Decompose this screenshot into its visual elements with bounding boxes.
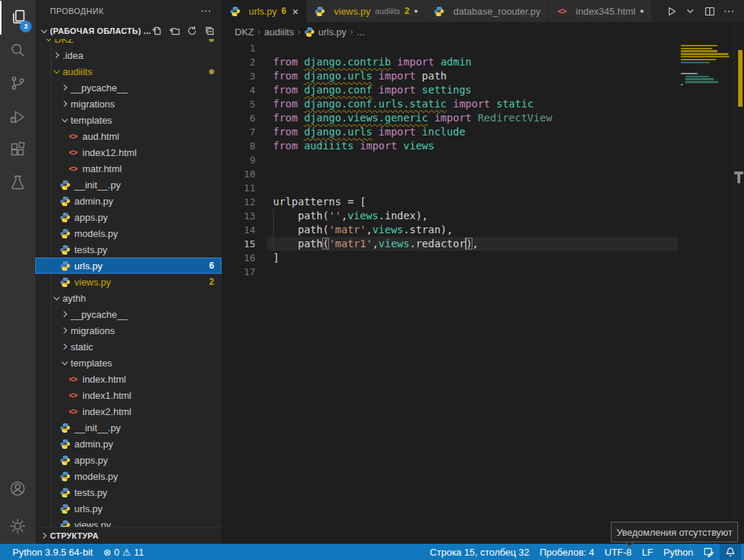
code-line-10[interactable]: 10: [222, 167, 678, 181]
code-line-15[interactable]: 15 path('matr1',views.redactor),: [222, 237, 678, 251]
activity-run-debug[interactable]: [0, 101, 35, 135]
eol-item[interactable]: LF: [637, 544, 658, 560]
code-line-17[interactable]: 17: [222, 265, 678, 279]
code-line-14[interactable]: 14 path('matr',views.stran),: [222, 223, 678, 237]
encoding-item[interactable]: UTF-8: [600, 544, 637, 560]
activity-settings[interactable]: [0, 510, 35, 544]
tree-item-templates[interactable]: templates: [35, 355, 222, 371]
tree-item-views-py[interactable]: views.py2: [35, 274, 222, 290]
tree-item-matr-html[interactable]: <>matr.html: [35, 160, 222, 177]
breadcrumb-separator: ›: [297, 26, 301, 37]
code-line-5[interactable]: 5from django.conf.urls.static import sta…: [222, 97, 678, 111]
split-editor-button[interactable]: [701, 3, 718, 19]
code-line-11[interactable]: 11: [222, 181, 678, 195]
collapse-all-icon[interactable]: [204, 25, 216, 37]
indentation-item[interactable]: Пробелов: 4: [534, 544, 599, 560]
code-line-2[interactable]: 2from django.contrib import admin: [222, 55, 678, 69]
refresh-icon[interactable]: [186, 25, 198, 37]
feedback-icon[interactable]: [698, 544, 720, 560]
minimap-line: [681, 50, 718, 52]
tree-item-apps-py[interactable]: apps.py: [35, 452, 222, 468]
tree-item-idea[interactable]: .idea: [35, 47, 222, 63]
dirty-indicator[interactable]: ●: [640, 7, 643, 15]
code-line-12[interactable]: 12urlpatterns = [: [222, 195, 678, 209]
tab-views-py[interactable]: views.pyaudiiits2●: [307, 0, 426, 22]
activity-account[interactable]: [0, 472, 35, 506]
tree-item-index-html[interactable]: <>index.html: [35, 371, 222, 387]
close-icon[interactable]: ×: [292, 5, 299, 18]
code-line-7[interactable]: 7from django.urls import include: [222, 125, 678, 139]
activity-search[interactable]: [0, 34, 35, 68]
code-editor[interactable]: 12from django.contrib import admin3from …: [222, 41, 678, 544]
tree-item-audiiits[interactable]: audiiits: [35, 63, 222, 79]
tree-item-index1-html[interactable]: <>index1.html: [35, 387, 222, 403]
run-debug-icon: [9, 108, 26, 128]
bell-icon[interactable]: [720, 544, 741, 560]
code-line-16[interactable]: 16]: [222, 251, 678, 265]
tree-item-static[interactable]: static: [35, 339, 222, 355]
tree-item-init-py[interactable]: __init__.py: [35, 177, 222, 193]
code-line-6[interactable]: 6from django.views.generic import Redire…: [222, 111, 678, 125]
tree-item-admin-py[interactable]: admin.py: [35, 193, 222, 209]
run-button[interactable]: [663, 3, 679, 19]
tab-database-roouter-py[interactable]: database_roouter.py: [426, 0, 549, 22]
tree-item-pycache[interactable]: __pycache__: [35, 79, 222, 96]
tree-item-aythh[interactable]: aythh: [35, 290, 222, 306]
tree-item-migrations[interactable]: migrations: [35, 322, 222, 339]
minimap[interactable]: [681, 42, 731, 528]
code-line-13[interactable]: 13 path('',views.index),: [222, 209, 678, 223]
problems-item[interactable]: ⊗ 0 ⚠ 11: [98, 544, 149, 560]
cursor-position-item[interactable]: Строка 15, столбец 32: [425, 544, 534, 560]
dirty-indicator[interactable]: ●: [414, 7, 418, 15]
tab-urls-py[interactable]: urls.py6×: [222, 0, 307, 22]
activity-testing[interactable]: [0, 166, 35, 200]
language-mode-item[interactable]: Python: [659, 544, 698, 560]
tree-item-label: index2.html: [82, 406, 131, 417]
breadcrumb-separator: ›: [257, 26, 261, 37]
new-file-icon[interactable]: [151, 25, 163, 37]
code-line-4[interactable]: 4from django.conf import settings: [222, 83, 678, 97]
notification-toast[interactable]: Уведомления отсутствуют: [611, 522, 738, 542]
code-line-3[interactable]: 3from django.urls import path: [222, 69, 678, 83]
overview-ruler[interactable]: [734, 0, 744, 544]
activity-explorer[interactable]: 3: [0, 1, 35, 35]
tree-item-dkz[interactable]: DKZ: [35, 39, 222, 47]
tree-item-models-py[interactable]: models.py: [35, 468, 222, 484]
breadcrumb-item-symbols[interactable]: ...: [357, 26, 365, 38]
breadcrumb-item-urls-py[interactable]: urls.py: [318, 26, 346, 38]
tree-item-views-py[interactable]: views.py: [35, 517, 222, 527]
tab-index345-html[interactable]: <>index345.html●: [549, 0, 652, 22]
tree-item-urls-py[interactable]: urls.py: [35, 500, 222, 517]
code-line-8[interactable]: 8from audiiits import views: [222, 139, 678, 153]
python-interpreter-item[interactable]: Python 3.9.5 64-bit: [7, 544, 98, 560]
structure-section-header[interactable]: СТРУКТУРА: [35, 527, 222, 544]
tree-item-init-py[interactable]: __init__.py: [35, 419, 222, 436]
tree-item-pycache[interactable]: __pycache__: [35, 306, 222, 322]
tree-item-tests-py[interactable]: tests.py: [35, 484, 222, 500]
new-folder-icon[interactable]: [169, 25, 180, 37]
tree-item-index2-html[interactable]: <>index2.html: [35, 403, 222, 419]
tree-item-urls-py[interactable]: urls.py6: [35, 258, 222, 274]
tree-item-index12-html[interactable]: <>index12.html: [35, 144, 222, 160]
activity-extensions[interactable]: [0, 134, 35, 168]
sidebar-more-icon[interactable]: ⋯: [200, 4, 211, 18]
breadcrumb-item-dkz[interactable]: DKZ: [235, 26, 254, 38]
breadcrumb-item-audiiits[interactable]: audiiits: [264, 26, 294, 38]
code-line-1[interactable]: 1: [222, 41, 678, 55]
tree-item-migrations[interactable]: migrations: [35, 96, 222, 112]
py-icon: [59, 179, 71, 191]
tree-item-apps-py[interactable]: apps.py: [35, 209, 222, 225]
tree-item-admin-py[interactable]: admin.py: [35, 436, 222, 452]
code-line-9[interactable]: 9: [222, 153, 678, 167]
run-dropdown-button[interactable]: [682, 3, 698, 19]
workspace-section-header[interactable]: (РАБОЧАЯ ОБЛАСТЬ) ...: [35, 22, 222, 39]
tree-item-aud-html[interactable]: <>aud.html: [35, 128, 222, 144]
activity-source-control[interactable]: [0, 67, 35, 101]
minimap-line: [681, 53, 729, 54]
tree-item-tests-py[interactable]: tests.py: [35, 241, 222, 258]
tree-item-models-py[interactable]: models.py: [35, 225, 222, 241]
line-number: 2: [222, 55, 255, 69]
explorer-badge: 3: [20, 21, 32, 32]
tree-item-templates[interactable]: templates: [35, 112, 222, 128]
chevron-down-icon: [59, 114, 71, 126]
